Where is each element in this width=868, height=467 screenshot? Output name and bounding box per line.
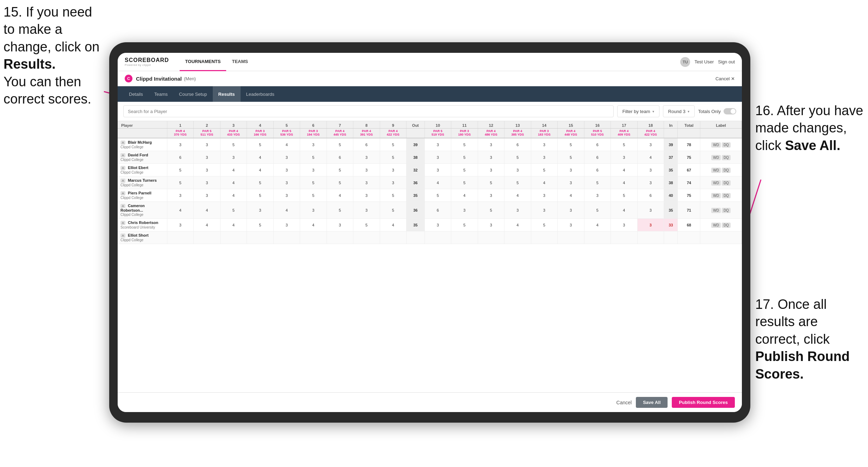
tab-teams[interactable]: Teams (149, 86, 173, 102)
label-header: Label (700, 121, 742, 129)
table-row: A Chris Robertson Scoreboard University … (118, 219, 742, 231)
tournament-icon: C (125, 75, 132, 82)
sub-tabs: Details Teams Course Setup Results Leade… (118, 86, 742, 102)
tournament-gender: (Men) (184, 76, 196, 81)
tablet-screen: SCOREBOARD Powered by clippd TOURNAMENTS… (118, 53, 742, 412)
instruction-left: 15. If you need to make a change, click … (4, 4, 106, 108)
player-col-header: Player (118, 121, 167, 129)
hole-4-header: 4 (247, 121, 274, 129)
label-cell: WDDQ (700, 138, 742, 151)
hole-18-header: 18 (637, 121, 664, 129)
user-avatar: TU (680, 57, 690, 67)
label-wd[interactable]: WD (711, 155, 721, 160)
player-cell: A Elliot Ebert Clippd College (118, 164, 167, 176)
player-cell: A Blair McHarg Clippd College (118, 138, 167, 151)
publish-round-scores-button[interactable]: Publish Round Scores (672, 397, 735, 408)
label-cell: WDDQ (700, 176, 742, 189)
hole-6-header: 6 (300, 121, 327, 129)
label-wd[interactable]: WD (711, 168, 721, 173)
hole-12-header: 12 (478, 121, 504, 129)
player-cell: A Cameron Robertson... Clippd College (118, 202, 167, 219)
hole-3-header: 3 (220, 121, 247, 129)
total-header: Total (678, 121, 700, 129)
label-wd[interactable]: WD (711, 193, 721, 198)
signout-link[interactable]: Sign out (718, 59, 735, 64)
totals-only-toggle: Totals Only (698, 108, 736, 114)
label-cell: WDDQ (700, 164, 742, 176)
chevron-down-icon: ▾ (652, 110, 654, 113)
round-selector-btn[interactable]: Round 3 ▾ (663, 105, 695, 117)
hole-11-header: 11 (451, 121, 478, 129)
label-cell: WDDQ (700, 151, 742, 164)
table-row: A Elliot Short Clippd College (118, 231, 742, 244)
label-dq[interactable]: DQ (722, 193, 731, 198)
nav-teams[interactable]: TEAMS (226, 53, 254, 71)
cancel-tournament-btn[interactable]: Cancel ✕ (715, 76, 735, 81)
instruction-right-top: 16. After you have made changes, click S… (755, 102, 864, 154)
instruction-right-bottom: 17. Once all results are correct, click … (755, 296, 864, 383)
filter-by-team-btn[interactable]: Filter by team ▾ (617, 105, 659, 117)
hole-10-header: 10 (424, 121, 451, 129)
label-wd[interactable]: WD (711, 208, 721, 213)
toggle-knob (731, 109, 736, 114)
player-cell: A Piers Parnell Clippd College (118, 189, 167, 202)
tab-results[interactable]: Results (213, 86, 241, 102)
table-row: A Blair McHarg Clippd College 3355435653… (118, 138, 742, 151)
tournament-title: Clippd Invitational (136, 76, 182, 82)
hole-2-header: 2 (194, 121, 221, 129)
label-dq[interactable]: DQ (722, 142, 731, 148)
scores-container: Player 1 2 3 4 5 6 7 8 9 Out 10 11 12 (118, 121, 742, 392)
player-cell: A Chris Robertson Scoreboard University (118, 219, 167, 231)
tab-leaderboards[interactable]: Leaderboards (241, 86, 280, 102)
hole-13-header: 13 (504, 121, 531, 129)
hole-1-header: 1 (167, 121, 194, 129)
hole-16-header: 16 (584, 121, 611, 129)
hole-5-header: 5 (273, 121, 300, 129)
chevron-down-icon: ▾ (688, 110, 689, 113)
filter-bar: Filter by team ▾ Round 3 ▾ Totals Only (118, 102, 742, 121)
out-header: Out (407, 121, 425, 129)
user-name: Test User (694, 59, 714, 64)
tablet-frame: SCOREBOARD Powered by clippd TOURNAMENTS… (109, 42, 750, 423)
nav-tournaments[interactable]: TOURNAMENTS (180, 53, 227, 71)
cancel-button[interactable]: Cancel (616, 400, 632, 405)
tab-course-setup[interactable]: Course Setup (173, 86, 213, 102)
action-bar: Cancel Save All Publish Round Scores (118, 392, 742, 412)
logo: SCOREBOARD Powered by clippd (125, 57, 169, 67)
in-header: In (664, 121, 678, 129)
hole-17-header: 17 (611, 121, 638, 129)
search-input[interactable] (123, 105, 614, 117)
label-dq[interactable]: DQ (722, 223, 731, 228)
scores-table: Player 1 2 3 4 5 6 7 8 9 Out 10 11 12 (118, 121, 742, 244)
hole-14-header: 14 (531, 121, 558, 129)
table-row: A Elliot Ebert Clippd College 5344335333… (118, 164, 742, 176)
table-row: A Piers Parnell Clippd College 334535435… (118, 189, 742, 202)
main-nav: TOURNAMENTS TEAMS (180, 53, 254, 71)
label-wd[interactable]: WD (711, 223, 721, 228)
hole-7-header: 7 (327, 121, 353, 129)
tab-details[interactable]: Details (123, 86, 149, 102)
label-dq[interactable]: DQ (722, 180, 731, 186)
top-nav: SCOREBOARD Powered by clippd TOURNAMENTS… (118, 53, 742, 71)
label-cell: WDDQ (700, 189, 742, 202)
label-dq[interactable]: DQ (722, 208, 731, 213)
label-dq[interactable]: DQ (722, 168, 731, 173)
label-wd[interactable]: WD (711, 142, 721, 148)
label-cell: WDDQ (700, 219, 742, 231)
label-wd[interactable]: WD (711, 180, 721, 186)
tournament-header: C Clippd Invitational (Men) Cancel ✕ (118, 71, 742, 86)
hole-15-header: 15 (558, 121, 584, 129)
label-dq[interactable]: DQ (722, 155, 731, 160)
nav-right: TU Test User Sign out (680, 57, 735, 67)
player-cell: A David Ford Clippd College (118, 151, 167, 164)
label-cell: WDDQ (700, 202, 742, 219)
table-row: A Cameron Robertson... Clippd College 44… (118, 202, 742, 219)
player-cell: A Marcus Turners Clippd College (118, 176, 167, 189)
table-row: A David Ford Clippd College 633435635383… (118, 151, 742, 164)
toggle-switch[interactable] (724, 108, 736, 114)
table-row: A Marcus Turners Clippd College 53453553… (118, 176, 742, 189)
hole-9-header: 9 (380, 121, 407, 129)
save-all-button[interactable]: Save All (636, 397, 668, 408)
hole-8-header: 8 (353, 121, 380, 129)
